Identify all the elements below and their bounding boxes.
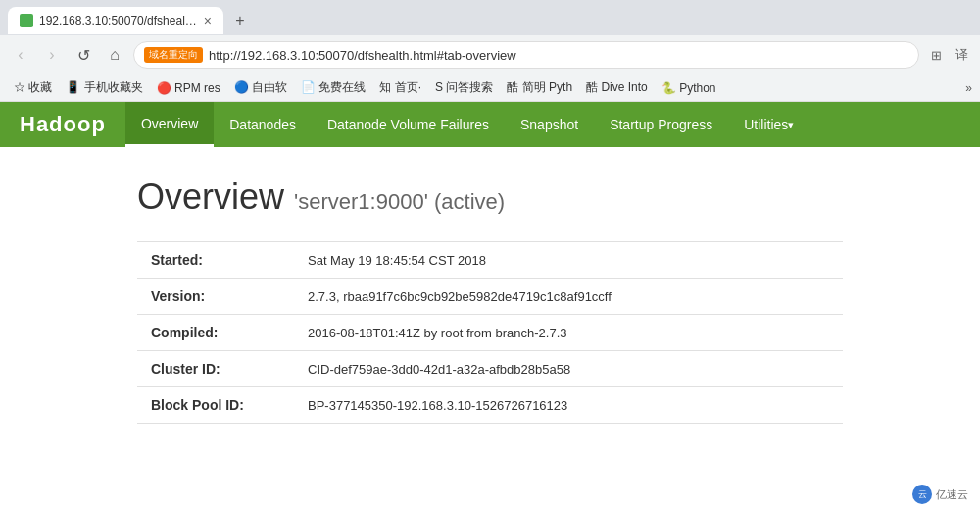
bookmark-item-5[interactable]: 知 首页· bbox=[373, 77, 427, 98]
bookmark-label-0: ☆ 收藏 bbox=[14, 79, 52, 96]
page-title-text: Overview bbox=[137, 177, 284, 217]
tab-close-button[interactable]: × bbox=[204, 14, 212, 27]
bookmark-label-5: 知 首页· bbox=[379, 79, 421, 96]
hadoop-brand: Hadoop bbox=[0, 102, 125, 147]
address-input-wrap[interactable]: 域名重定向 http://192.168.3.10:50070/dfshealt… bbox=[133, 41, 919, 69]
row-label-started: Started: bbox=[137, 242, 294, 279]
row-label-cluster-id: Cluster ID: bbox=[137, 351, 294, 387]
nav-item-datanode-volume-failures[interactable]: Datanode Volume Failures bbox=[312, 102, 505, 147]
extensions-button[interactable]: ⊞ bbox=[925, 44, 947, 66]
bookmark-label-4: 📄 免费在线 bbox=[301, 79, 366, 96]
address-actions: ⊞ 译 bbox=[925, 44, 972, 66]
home-button[interactable]: ⌂ bbox=[102, 42, 127, 68]
hadoop-nav: Hadoop Overview Datanodes Datanode Volum… bbox=[0, 102, 980, 147]
reload-button[interactable]: ↺ bbox=[71, 42, 96, 68]
active-tab[interactable]: 192.168.3.10:50070/dfshealth... × bbox=[8, 7, 223, 34]
bookmark-label-3: 🔵 自由软 bbox=[234, 79, 287, 96]
bookmark-label-8: 酷 Dive Into bbox=[586, 79, 648, 96]
bookmark-label-7: 酷 简明 Pyth bbox=[507, 79, 572, 96]
tab-bar: 192.168.3.10:50070/dfshealth... × + bbox=[0, 0, 980, 35]
forward-button[interactable]: › bbox=[39, 42, 65, 68]
server-info: 'server1:9000' (active) bbox=[294, 189, 505, 214]
tab-favicon bbox=[20, 14, 33, 27]
row-value-version: 2.7.3, rbaa91f7c6bc9cb92be5982de4719c1c8… bbox=[294, 279, 843, 315]
nav-item-datanodes[interactable]: Datanodes bbox=[214, 102, 312, 147]
address-text: http://192.168.3.10:50070/dfshealth.html… bbox=[209, 48, 908, 63]
row-value-started: Sat May 19 18:45:54 CST 2018 bbox=[294, 242, 843, 279]
row-value-cluster-id: CID-def759ae-3dd0-42d1-a32a-afbdb28b5a58 bbox=[294, 351, 843, 387]
table-row: Block Pool ID: BP-377145350-192.168.3.10… bbox=[137, 387, 843, 424]
bookmark-label-6: S 问答搜索 bbox=[435, 79, 493, 96]
bookmarks-bar: ☆ 收藏 📱 手机收藏夹 🔴 RPM res 🔵 自由软 📄 免费在线 知 首页… bbox=[0, 75, 980, 102]
bookmark-item-3[interactable]: 🔵 自由软 bbox=[228, 77, 293, 98]
row-label-version: Version: bbox=[137, 279, 294, 315]
watermark-logo: 云 bbox=[912, 485, 932, 504]
table-row: Cluster ID: CID-def759ae-3dd0-42d1-a32a-… bbox=[137, 351, 843, 387]
bookmark-item-7[interactable]: 酷 简明 Pyth bbox=[501, 77, 578, 98]
tab-title: 192.168.3.10:50070/dfshealth... bbox=[39, 14, 198, 27]
bookmark-item-4[interactable]: 📄 免费在线 bbox=[295, 77, 371, 98]
nav-item-utilities[interactable]: Utilities bbox=[728, 102, 809, 147]
overview-table: Started: Sat May 19 18:45:54 CST 2018 Ve… bbox=[137, 241, 843, 424]
page-title: Overview 'server1:9000' (active) bbox=[137, 177, 843, 218]
watermark-text: 亿速云 bbox=[936, 487, 968, 502]
bookmark-label-9: 🐍 Python bbox=[662, 81, 716, 95]
nav-items: Overview Datanodes Datanode Volume Failu… bbox=[125, 102, 809, 147]
page-content: Overview 'server1:9000' (active) Started… bbox=[0, 147, 980, 483]
table-row: Version: 2.7.3, rbaa91f7c6bc9cb92be5982d… bbox=[137, 279, 843, 315]
nav-item-overview[interactable]: Overview bbox=[125, 102, 214, 147]
nav-item-startup-progress[interactable]: Startup Progress bbox=[594, 102, 728, 147]
row-label-compiled: Compiled: bbox=[137, 315, 294, 351]
nav-item-snapshot[interactable]: Snapshot bbox=[505, 102, 594, 147]
back-button[interactable]: ‹ bbox=[8, 42, 33, 68]
table-row: Compiled: 2016-08-18T01:41Z by root from… bbox=[137, 315, 843, 351]
bookmark-item-2[interactable]: 🔴 RPM res bbox=[151, 79, 226, 97]
row-label-block-pool-id: Block Pool ID: bbox=[137, 387, 294, 424]
address-bar: ‹ › ↺ ⌂ 域名重定向 http://192.168.3.10:50070/… bbox=[0, 35, 980, 75]
row-value-block-pool-id: BP-377145350-192.168.3.10-1526726716123 bbox=[294, 387, 843, 424]
redirect-badge: 域名重定向 bbox=[144, 47, 203, 63]
bookmark-item-9[interactable]: 🐍 Python bbox=[656, 79, 722, 97]
new-tab-button[interactable]: + bbox=[227, 8, 253, 33]
bookmark-label-2: 🔴 RPM res bbox=[157, 81, 220, 95]
bookmark-item-0[interactable]: ☆ 收藏 bbox=[8, 77, 58, 98]
bookmark-item-8[interactable]: 酷 Dive Into bbox=[580, 77, 654, 98]
bookmark-item-1[interactable]: 📱 手机收藏夹 bbox=[60, 77, 148, 98]
translate-button[interactable]: 译 bbox=[951, 44, 972, 66]
table-row: Started: Sat May 19 18:45:54 CST 2018 bbox=[137, 242, 843, 279]
row-value-compiled: 2016-08-18T01:41Z by root from branch-2.… bbox=[294, 315, 843, 351]
bookmark-label-1: 📱 手机收藏夹 bbox=[66, 79, 142, 96]
watermark: 云 亿速云 bbox=[912, 485, 968, 504]
more-bookmarks-button[interactable]: » bbox=[965, 81, 972, 95]
bookmark-item-6[interactable]: S 问答搜索 bbox=[429, 77, 499, 98]
